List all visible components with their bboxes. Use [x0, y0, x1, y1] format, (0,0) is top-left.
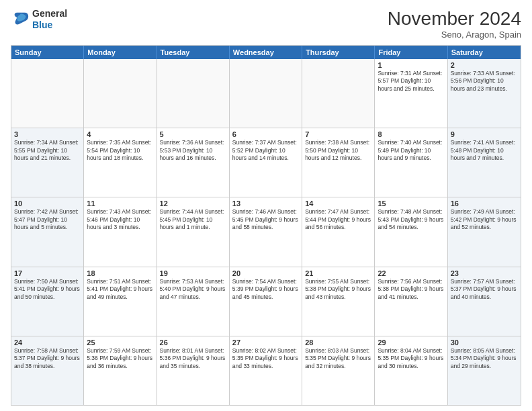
day-cell-8: 8Sunrise: 7:40 AM Sunset: 5:49 PM Daylig…	[375, 128, 447, 197]
header-day-monday: Monday	[84, 46, 157, 59]
day-cell-6: 6Sunrise: 7:37 AM Sunset: 5:52 PM Daylig…	[230, 128, 302, 197]
day-cell-17: 17Sunrise: 7:50 AM Sunset: 5:41 PM Dayli…	[11, 267, 84, 336]
cell-info: Sunrise: 7:50 AM Sunset: 5:41 PM Dayligh…	[14, 278, 81, 301]
cell-info: Sunrise: 7:55 AM Sunset: 5:38 PM Dayligh…	[305, 278, 371, 301]
day-number: 14	[305, 199, 371, 208]
day-number: 24	[14, 338, 81, 347]
logo-text: General Blue	[32, 8, 67, 31]
week-row-5: 24Sunrise: 7:58 AM Sunset: 5:37 PM Dayli…	[11, 336, 521, 405]
day-cell-5: 5Sunrise: 7:36 AM Sunset: 5:53 PM Daylig…	[157, 128, 230, 197]
page: General Blue November 2024 Seno, Aragon,…	[0, 0, 532, 411]
day-number: 16	[451, 199, 518, 208]
day-cell-13: 13Sunrise: 7:46 AM Sunset: 5:45 PM Dayli…	[230, 197, 302, 266]
day-number: 15	[378, 199, 444, 208]
day-number: 28	[305, 338, 371, 347]
day-number: 13	[232, 199, 299, 208]
cell-info: Sunrise: 7:47 AM Sunset: 5:44 PM Dayligh…	[305, 208, 371, 231]
day-number: 22	[378, 269, 444, 277]
day-cell-1: 1Sunrise: 7:31 AM Sunset: 5:57 PM Daylig…	[375, 59, 447, 128]
day-number: 10	[14, 199, 81, 208]
logo-icon	[11, 10, 30, 29]
day-number: 29	[378, 338, 444, 347]
title-block: November 2024 Seno, Aragon, Spain	[388, 8, 521, 40]
day-cell-12: 12Sunrise: 7:44 AM Sunset: 5:45 PM Dayli…	[157, 197, 230, 266]
day-cell-7: 7Sunrise: 7:38 AM Sunset: 5:50 PM Daylig…	[302, 128, 375, 197]
empty-cell	[230, 59, 302, 128]
empty-cell	[11, 59, 84, 128]
day-number: 9	[451, 130, 518, 138]
day-cell-15: 15Sunrise: 7:48 AM Sunset: 5:43 PM Dayli…	[375, 197, 447, 266]
day-cell-2: 2Sunrise: 7:33 AM Sunset: 5:56 PM Daylig…	[448, 59, 521, 128]
day-number: 1	[378, 61, 444, 69]
day-number: 3	[14, 130, 81, 138]
cell-info: Sunrise: 7:43 AM Sunset: 5:46 PM Dayligh…	[87, 208, 153, 231]
cell-info: Sunrise: 7:41 AM Sunset: 5:48 PM Dayligh…	[451, 139, 518, 162]
cell-info: Sunrise: 7:35 AM Sunset: 5:54 PM Dayligh…	[87, 139, 153, 162]
cell-info: Sunrise: 7:51 AM Sunset: 5:41 PM Dayligh…	[87, 278, 153, 301]
header-day-friday: Friday	[375, 46, 447, 59]
cell-info: Sunrise: 8:04 AM Sunset: 5:35 PM Dayligh…	[378, 347, 444, 370]
cell-info: Sunrise: 7:59 AM Sunset: 5:36 PM Dayligh…	[87, 347, 153, 370]
location-subtitle: Seno, Aragon, Spain	[388, 30, 521, 40]
day-cell-11: 11Sunrise: 7:43 AM Sunset: 5:46 PM Dayli…	[84, 197, 157, 266]
day-number: 30	[451, 338, 518, 347]
week-row-4: 17Sunrise: 7:50 AM Sunset: 5:41 PM Dayli…	[11, 267, 521, 336]
day-number: 20	[232, 269, 299, 277]
header-day-saturday: Saturday	[448, 46, 521, 59]
day-number: 12	[160, 199, 226, 208]
cell-info: Sunrise: 7:34 AM Sunset: 5:55 PM Dayligh…	[14, 139, 81, 162]
cell-info: Sunrise: 7:54 AM Sunset: 5:39 PM Dayligh…	[232, 278, 299, 301]
day-number: 23	[451, 269, 518, 277]
calendar-header: SundayMondayTuesdayWednesdayThursdayFrid…	[11, 46, 521, 59]
header-day-tuesday: Tuesday	[157, 46, 230, 59]
day-cell-26: 26Sunrise: 8:01 AM Sunset: 5:36 PM Dayli…	[157, 336, 230, 405]
cell-info: Sunrise: 8:05 AM Sunset: 5:34 PM Dayligh…	[451, 347, 518, 370]
empty-cell	[84, 59, 157, 128]
cell-info: Sunrise: 7:44 AM Sunset: 5:45 PM Dayligh…	[160, 208, 226, 231]
cell-info: Sunrise: 7:46 AM Sunset: 5:45 PM Dayligh…	[232, 208, 299, 231]
cell-info: Sunrise: 7:36 AM Sunset: 5:53 PM Dayligh…	[160, 139, 226, 162]
day-cell-24: 24Sunrise: 7:58 AM Sunset: 5:37 PM Dayli…	[11, 336, 84, 405]
day-cell-3: 3Sunrise: 7:34 AM Sunset: 5:55 PM Daylig…	[11, 128, 84, 197]
day-number: 26	[160, 338, 226, 347]
day-number: 5	[160, 130, 226, 138]
cell-info: Sunrise: 8:03 AM Sunset: 5:35 PM Dayligh…	[305, 347, 371, 370]
day-cell-16: 16Sunrise: 7:49 AM Sunset: 5:42 PM Dayli…	[448, 197, 521, 266]
cell-info: Sunrise: 7:40 AM Sunset: 5:49 PM Dayligh…	[378, 139, 444, 162]
day-number: 4	[87, 130, 153, 138]
cell-info: Sunrise: 8:02 AM Sunset: 5:35 PM Dayligh…	[232, 347, 299, 370]
day-cell-23: 23Sunrise: 7:57 AM Sunset: 5:37 PM Dayli…	[448, 267, 521, 336]
day-cell-30: 30Sunrise: 8:05 AM Sunset: 5:34 PM Dayli…	[448, 336, 521, 405]
day-number: 27	[232, 338, 299, 347]
empty-cell	[302, 59, 375, 128]
header-day-thursday: Thursday	[302, 46, 375, 59]
empty-cell	[157, 59, 230, 128]
header: General Blue November 2024 Seno, Aragon,…	[11, 8, 521, 40]
cell-info: Sunrise: 7:48 AM Sunset: 5:43 PM Dayligh…	[378, 208, 444, 231]
header-day-wednesday: Wednesday	[230, 46, 302, 59]
cell-info: Sunrise: 7:49 AM Sunset: 5:42 PM Dayligh…	[451, 208, 518, 231]
cell-info: Sunrise: 7:56 AM Sunset: 5:38 PM Dayligh…	[378, 278, 444, 301]
day-number: 7	[305, 130, 371, 138]
day-cell-10: 10Sunrise: 7:42 AM Sunset: 5:47 PM Dayli…	[11, 197, 84, 266]
day-cell-28: 28Sunrise: 8:03 AM Sunset: 5:35 PM Dayli…	[302, 336, 375, 405]
day-cell-22: 22Sunrise: 7:56 AM Sunset: 5:38 PM Dayli…	[375, 267, 447, 336]
week-row-2: 3Sunrise: 7:34 AM Sunset: 5:55 PM Daylig…	[11, 128, 521, 197]
day-cell-27: 27Sunrise: 8:02 AM Sunset: 5:35 PM Dayli…	[230, 336, 302, 405]
cell-info: Sunrise: 7:31 AM Sunset: 5:57 PM Dayligh…	[378, 70, 444, 93]
cell-info: Sunrise: 7:38 AM Sunset: 5:50 PM Dayligh…	[305, 139, 371, 162]
day-cell-18: 18Sunrise: 7:51 AM Sunset: 5:41 PM Dayli…	[84, 267, 157, 336]
day-number: 17	[14, 269, 81, 277]
calendar: SundayMondayTuesdayWednesdayThursdayFrid…	[11, 45, 521, 406]
day-number: 6	[232, 130, 299, 138]
day-number: 25	[87, 338, 153, 347]
logo: General Blue	[11, 8, 67, 31]
day-cell-25: 25Sunrise: 7:59 AM Sunset: 5:36 PM Dayli…	[84, 336, 157, 405]
day-cell-29: 29Sunrise: 8:04 AM Sunset: 5:35 PM Dayli…	[375, 336, 447, 405]
week-row-1: 1Sunrise: 7:31 AM Sunset: 5:57 PM Daylig…	[11, 59, 521, 128]
day-number: 11	[87, 199, 153, 208]
cell-info: Sunrise: 7:57 AM Sunset: 5:37 PM Dayligh…	[451, 278, 518, 301]
cell-info: Sunrise: 8:01 AM Sunset: 5:36 PM Dayligh…	[160, 347, 226, 370]
day-cell-21: 21Sunrise: 7:55 AM Sunset: 5:38 PM Dayli…	[302, 267, 375, 336]
cell-info: Sunrise: 7:33 AM Sunset: 5:56 PM Dayligh…	[451, 70, 518, 93]
